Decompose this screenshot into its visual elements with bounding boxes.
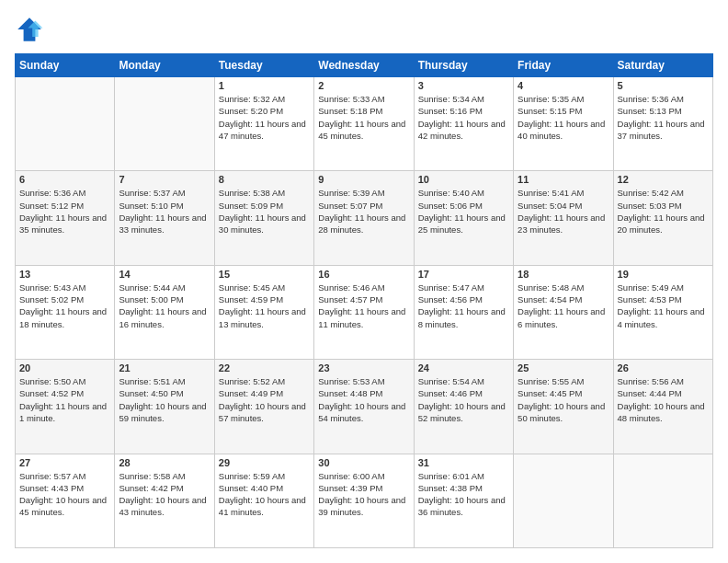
day-info: Sunrise: 5:55 AMSunset: 4:45 PMDaylight:… bbox=[518, 375, 609, 424]
day-number: 26 bbox=[618, 362, 709, 373]
day-info: Sunrise: 5:39 AMSunset: 5:07 PMDaylight:… bbox=[318, 187, 409, 236]
day-number: 9 bbox=[318, 174, 409, 185]
day-info: Sunrise: 5:38 AMSunset: 5:09 PMDaylight:… bbox=[219, 187, 310, 236]
calendar-cell: 14Sunrise: 5:44 AMSunset: 5:00 PMDayligh… bbox=[115, 265, 214, 359]
calendar-cell: 17Sunrise: 5:47 AMSunset: 4:56 PMDayligh… bbox=[414, 265, 513, 359]
day-info: Sunrise: 5:44 AMSunset: 5:00 PMDaylight:… bbox=[119, 282, 210, 330]
day-number: 19 bbox=[618, 269, 709, 280]
calendar-cell bbox=[115, 77, 214, 171]
day-info: Sunrise: 5:50 AMSunset: 4:52 PMDaylight:… bbox=[19, 375, 110, 424]
calendar-cell: 6Sunrise: 5:36 AMSunset: 5:12 PMDaylight… bbox=[16, 171, 115, 265]
day-number: 8 bbox=[219, 174, 310, 185]
day-info: Sunrise: 5:53 AMSunset: 4:48 PMDaylight:… bbox=[318, 375, 409, 424]
day-info: Sunrise: 5:48 AMSunset: 4:54 PMDaylight:… bbox=[518, 282, 609, 330]
day-info: Sunrise: 5:36 AMSunset: 5:13 PMDaylight:… bbox=[618, 93, 709, 142]
day-info: Sunrise: 5:59 AMSunset: 4:40 PMDaylight:… bbox=[219, 470, 310, 519]
day-number: 23 bbox=[318, 362, 409, 373]
day-info: Sunrise: 5:32 AMSunset: 5:20 PMDaylight:… bbox=[219, 93, 310, 142]
weekday-header-tuesday: Tuesday bbox=[214, 54, 313, 77]
calendar-cell: 28Sunrise: 5:58 AMSunset: 4:42 PMDayligh… bbox=[115, 454, 214, 547]
day-number: 20 bbox=[19, 362, 110, 373]
calendar-cell: 11Sunrise: 5:41 AMSunset: 5:04 PMDayligh… bbox=[514, 171, 613, 265]
calendar-cell: 12Sunrise: 5:42 AMSunset: 5:03 PMDayligh… bbox=[613, 171, 712, 265]
calendar-week-3: 20Sunrise: 5:50 AMSunset: 4:52 PMDayligh… bbox=[16, 360, 713, 454]
day-number: 12 bbox=[618, 174, 709, 185]
weekday-header-saturday: Saturday bbox=[613, 54, 712, 77]
calendar-cell: 20Sunrise: 5:50 AMSunset: 4:52 PMDayligh… bbox=[16, 360, 115, 454]
day-number: 24 bbox=[418, 362, 509, 373]
weekday-header-wednesday: Wednesday bbox=[314, 54, 414, 77]
weekday-header-monday: Monday bbox=[115, 54, 214, 77]
day-number: 16 bbox=[318, 269, 409, 280]
calendar-cell: 18Sunrise: 5:48 AMSunset: 4:54 PMDayligh… bbox=[514, 265, 613, 359]
calendar-cell: 31Sunrise: 6:01 AMSunset: 4:38 PMDayligh… bbox=[414, 454, 513, 547]
header bbox=[15, 15, 713, 44]
day-number: 15 bbox=[219, 269, 310, 280]
day-number: 4 bbox=[518, 80, 609, 91]
day-number: 29 bbox=[219, 457, 310, 468]
calendar-week-0: 1Sunrise: 5:32 AMSunset: 5:20 PMDaylight… bbox=[16, 77, 713, 171]
calendar-cell: 13Sunrise: 5:43 AMSunset: 5:02 PMDayligh… bbox=[16, 265, 115, 359]
day-info: Sunrise: 5:58 AMSunset: 4:42 PMDaylight:… bbox=[119, 470, 210, 519]
day-number: 31 bbox=[418, 457, 509, 468]
day-info: Sunrise: 5:43 AMSunset: 5:02 PMDaylight:… bbox=[19, 282, 110, 330]
page: SundayMondayTuesdayWednesdayThursdayFrid… bbox=[0, 0, 728, 563]
day-number: 7 bbox=[119, 174, 210, 185]
day-info: Sunrise: 5:52 AMSunset: 4:49 PMDaylight:… bbox=[219, 375, 310, 424]
calendar-cell: 15Sunrise: 5:45 AMSunset: 4:59 PMDayligh… bbox=[214, 265, 313, 359]
day-number: 10 bbox=[418, 174, 509, 185]
calendar-cell: 10Sunrise: 5:40 AMSunset: 5:06 PMDayligh… bbox=[414, 171, 513, 265]
calendar-cell: 8Sunrise: 5:38 AMSunset: 5:09 PMDaylight… bbox=[214, 171, 313, 265]
calendar-cell: 16Sunrise: 5:46 AMSunset: 4:57 PMDayligh… bbox=[314, 265, 414, 359]
day-number: 25 bbox=[518, 362, 609, 373]
day-number: 27 bbox=[19, 457, 110, 468]
calendar-week-2: 13Sunrise: 5:43 AMSunset: 5:02 PMDayligh… bbox=[16, 265, 713, 359]
day-number: 5 bbox=[618, 80, 709, 91]
logo-icon bbox=[15, 15, 44, 44]
day-number: 11 bbox=[518, 174, 609, 185]
day-info: Sunrise: 5:34 AMSunset: 5:16 PMDaylight:… bbox=[418, 93, 509, 142]
day-info: Sunrise: 5:57 AMSunset: 4:43 PMDaylight:… bbox=[19, 470, 110, 519]
calendar-cell: 21Sunrise: 5:51 AMSunset: 4:50 PMDayligh… bbox=[115, 360, 214, 454]
day-number: 14 bbox=[119, 269, 210, 280]
calendar-cell: 24Sunrise: 5:54 AMSunset: 4:46 PMDayligh… bbox=[414, 360, 513, 454]
day-number: 17 bbox=[418, 269, 509, 280]
calendar-week-1: 6Sunrise: 5:36 AMSunset: 5:12 PMDaylight… bbox=[16, 171, 713, 265]
day-number: 30 bbox=[318, 457, 409, 468]
calendar-cell: 27Sunrise: 5:57 AMSunset: 4:43 PMDayligh… bbox=[16, 454, 115, 547]
calendar-table: SundayMondayTuesdayWednesdayThursdayFrid… bbox=[15, 53, 713, 548]
calendar-cell: 3Sunrise: 5:34 AMSunset: 5:16 PMDaylight… bbox=[414, 77, 513, 171]
calendar-cell: 9Sunrise: 5:39 AMSunset: 5:07 PMDaylight… bbox=[314, 171, 414, 265]
day-info: Sunrise: 5:47 AMSunset: 4:56 PMDaylight:… bbox=[418, 282, 509, 330]
calendar-cell: 29Sunrise: 5:59 AMSunset: 4:40 PMDayligh… bbox=[214, 454, 313, 547]
day-info: Sunrise: 5:37 AMSunset: 5:10 PMDaylight:… bbox=[119, 187, 210, 236]
calendar-cell: 25Sunrise: 5:55 AMSunset: 4:45 PMDayligh… bbox=[514, 360, 613, 454]
weekday-header-friday: Friday bbox=[514, 54, 613, 77]
day-number: 18 bbox=[518, 269, 609, 280]
day-info: Sunrise: 6:00 AMSunset: 4:39 PMDaylight:… bbox=[318, 470, 409, 519]
day-info: Sunrise: 5:45 AMSunset: 4:59 PMDaylight:… bbox=[219, 282, 310, 330]
calendar-week-4: 27Sunrise: 5:57 AMSunset: 4:43 PMDayligh… bbox=[16, 454, 713, 547]
day-number: 13 bbox=[19, 269, 110, 280]
calendar-cell bbox=[16, 77, 115, 171]
day-info: Sunrise: 5:40 AMSunset: 5:06 PMDaylight:… bbox=[418, 187, 509, 236]
weekday-header-sunday: Sunday bbox=[16, 54, 115, 77]
calendar-cell: 2Sunrise: 5:33 AMSunset: 5:18 PMDaylight… bbox=[314, 77, 414, 171]
day-info: Sunrise: 5:35 AMSunset: 5:15 PMDaylight:… bbox=[518, 93, 609, 142]
calendar-cell: 1Sunrise: 5:32 AMSunset: 5:20 PMDaylight… bbox=[214, 77, 313, 171]
weekday-header-thursday: Thursday bbox=[414, 54, 513, 77]
day-info: Sunrise: 5:46 AMSunset: 4:57 PMDaylight:… bbox=[318, 282, 409, 330]
day-info: Sunrise: 5:36 AMSunset: 5:12 PMDaylight:… bbox=[19, 187, 110, 236]
calendar-cell: 4Sunrise: 5:35 AMSunset: 5:15 PMDaylight… bbox=[514, 77, 613, 171]
calendar-cell: 26Sunrise: 5:56 AMSunset: 4:44 PMDayligh… bbox=[613, 360, 712, 454]
day-info: Sunrise: 5:33 AMSunset: 5:18 PMDaylight:… bbox=[318, 93, 409, 142]
day-number: 2 bbox=[318, 80, 409, 91]
calendar-cell: 23Sunrise: 5:53 AMSunset: 4:48 PMDayligh… bbox=[314, 360, 414, 454]
day-number: 6 bbox=[19, 174, 110, 185]
calendar-cell: 7Sunrise: 5:37 AMSunset: 5:10 PMDaylight… bbox=[115, 171, 214, 265]
day-info: Sunrise: 5:42 AMSunset: 5:03 PMDaylight:… bbox=[618, 187, 709, 236]
calendar-cell bbox=[514, 454, 613, 547]
calendar-cell: 19Sunrise: 5:49 AMSunset: 4:53 PMDayligh… bbox=[613, 265, 712, 359]
calendar-body: 1Sunrise: 5:32 AMSunset: 5:20 PMDaylight… bbox=[16, 77, 713, 548]
day-info: Sunrise: 5:56 AMSunset: 4:44 PMDaylight:… bbox=[618, 375, 709, 424]
